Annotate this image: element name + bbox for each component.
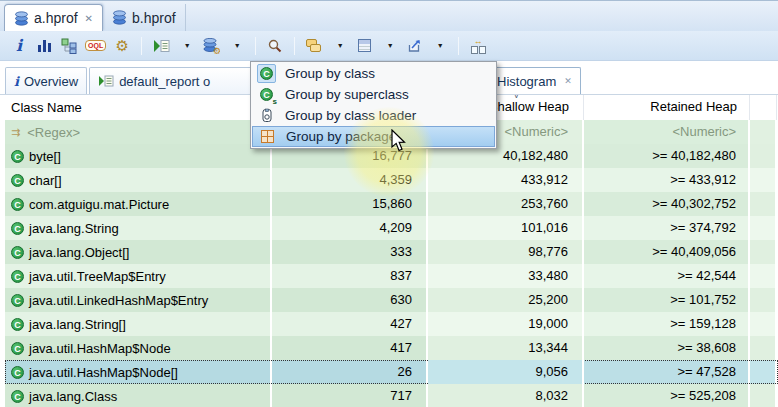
editor-tab-label: b.hprof — [132, 10, 176, 26]
run-report-dropdown[interactable]: ▼ — [177, 35, 195, 57]
histogram-button[interactable] — [35, 35, 53, 57]
compare-icon: ↔ — [471, 37, 486, 54]
class-icon: C — [11, 294, 24, 307]
table-row[interactable]: Cjava.lang.Object[] 333 98,776 >= 40,409… — [5, 240, 778, 264]
shallow-heap-value: 433,912 — [428, 168, 584, 192]
retained-heap-value: >= 374,792 — [584, 216, 750, 240]
table-row[interactable]: Cjava.util.HashMap$Node 417 13,344 >= 38… — [5, 336, 778, 360]
shallow-heap-value: 25,200 — [428, 288, 584, 312]
objects-value: 333 — [272, 240, 428, 264]
column-header-retained-heap[interactable]: Retained Heap — [584, 95, 750, 120]
retained-heap-value: >= 101,752 — [584, 288, 750, 312]
class-icon: C — [11, 318, 24, 331]
menu-item-group-by-package[interactable]: Group by package — [252, 126, 495, 147]
class-icon: C — [11, 246, 24, 259]
class-icon: C — [260, 67, 273, 80]
table-row-selected[interactable]: Cjava.util.HashMap$Node[] 26 9,056 >= 47… — [5, 360, 778, 384]
class-icon: C — [11, 270, 24, 283]
editor-tab-a-hprof[interactable]: a.hprof ✕ — [4, 4, 103, 31]
checked-indicator: C — [257, 64, 276, 83]
calculator-button[interactable] — [355, 35, 373, 57]
retained-heap-value: >= 433,912 — [584, 168, 750, 192]
class-name: java.lang.String[] — [29, 313, 126, 336]
gear-icon: ⚙ — [115, 38, 128, 53]
objects-value: 417 — [272, 336, 428, 360]
retained-heap-value: >= 42,544 — [584, 264, 750, 288]
objects-value: 837 — [272, 264, 428, 288]
overview-info-button[interactable]: i — [10, 35, 28, 57]
class-icon: C — [11, 198, 24, 211]
class-name: java.lang.String — [29, 217, 119, 240]
shallow-heap-value: 253,760 — [428, 192, 584, 216]
expert-system-button[interactable]: ⚙ — [113, 35, 131, 57]
export-icon — [407, 39, 422, 53]
heap-dump-icon — [14, 11, 29, 26]
shallow-heap-value: 33,480 — [428, 264, 584, 288]
shallow-heap-value: 13,344 — [428, 336, 584, 360]
calculator-icon — [358, 39, 371, 52]
calculator-dropdown[interactable]: ▼ — [380, 35, 398, 57]
group-by-button[interactable] — [305, 35, 323, 57]
tab-label: Overview — [24, 74, 78, 89]
superclass-icon: C — [260, 88, 273, 101]
run-report-icon — [153, 39, 170, 53]
tab-label: Histogram — [497, 74, 556, 89]
heap-dump-actions-dropdown[interactable]: ▼ — [227, 35, 245, 57]
class-name: char[] — [29, 169, 62, 192]
svg-text:⚙: ⚙ — [213, 46, 220, 54]
class-icon: C — [11, 222, 24, 235]
class-name: java.util.LinkedHashMap$Entry — [29, 289, 208, 312]
group-by-dropdown[interactable]: ▼ — [330, 35, 348, 57]
menu-item-group-by-class[interactable]: C Group by class — [252, 63, 495, 84]
class-name: com.atguigu.mat.Picture — [29, 193, 169, 216]
retained-heap-value: >= 38,608 — [584, 336, 750, 360]
close-icon[interactable]: ✕ — [85, 13, 93, 24]
objects-value: 717 — [272, 384, 428, 407]
dominator-tree-button[interactable] — [60, 35, 78, 57]
shallow-heap-value: 98,776 — [428, 240, 584, 264]
numeric-filter-field[interactable]: <Numeric> — [584, 120, 750, 144]
report-icon — [98, 75, 114, 88]
objects-value: 4,209 — [272, 216, 428, 240]
class-name: java.util.HashMap$Node[] — [29, 361, 178, 384]
mat-window: a.hprof ✕ b.hprof i OQL ⚙ ▼ ⚙ ▼ ▼ — [0, 0, 778, 407]
tab-overview[interactable]: i Overview — [5, 67, 87, 94]
export-button[interactable] — [405, 35, 423, 57]
shallow-heap-value: 9,056 — [428, 360, 584, 384]
menu-item-group-by-class-loader[interactable]: Group by class loader — [252, 105, 495, 126]
table-row[interactable]: Cjava.lang.String 4,209 101,016 >= 374,7… — [5, 216, 778, 240]
menu-item-group-by-superclass[interactable]: Cs Group by superclass — [252, 84, 495, 105]
class-name: byte[] — [29, 145, 61, 168]
chevron-down-icon: ▼ — [387, 42, 394, 49]
run-report-button[interactable] — [152, 35, 170, 57]
table-row[interactable]: Cjava.lang.Class 717 8,032 >= 525,208 — [5, 384, 778, 407]
tab-label: default_report o — [119, 74, 210, 89]
class-name: java.lang.Class — [29, 385, 117, 407]
retained-heap-value: >= 40,302,752 — [584, 192, 750, 216]
oql-button[interactable]: OQL — [85, 35, 106, 57]
retained-heap-value: >= 40,409,056 — [584, 240, 750, 264]
export-dropdown[interactable]: ▼ — [430, 35, 448, 57]
table-row[interactable]: Ccom.atguigu.mat.Picture 15,860 253,760 … — [5, 192, 778, 216]
editor-tab-bar: a.hprof ✕ b.hprof — [0, 1, 778, 31]
close-icon[interactable]: ✕ — [564, 76, 572, 86]
editor-tab-b-hprof[interactable]: b.hprof — [103, 4, 186, 31]
heap-dump-actions-button[interactable]: ⚙ — [202, 35, 220, 57]
regex-filter-field[interactable]: ⇉<Regex> — [5, 120, 272, 144]
table-row[interactable]: Cjava.lang.String[] 427 19,000 >= 159,12… — [5, 312, 778, 336]
retained-heap-value: >= 40,182,480 — [584, 144, 750, 168]
histogram-icon — [38, 39, 51, 52]
toolbar-separator — [458, 37, 459, 55]
class-name: java.lang.Object[] — [29, 241, 129, 264]
class-icon: C — [11, 174, 24, 187]
table-row[interactable]: Cjava.util.TreeMap$Entry 837 33,480 >= 4… — [5, 264, 778, 288]
compare-tables-button[interactable]: ↔ — [469, 35, 487, 57]
shallow-heap-value: 101,016 — [428, 216, 584, 240]
objects-value: 26 — [272, 360, 428, 384]
search-button[interactable] — [266, 35, 284, 57]
table-row[interactable]: Cjava.util.LinkedHashMap$Entry 630 25,20… — [5, 288, 778, 312]
table-row[interactable]: Cchar[] 4,359 433,912 >= 433,912 — [5, 168, 778, 192]
column-header-class-name[interactable]: Class Name — [5, 95, 272, 120]
toolbar: i OQL ⚙ ▼ ⚙ ▼ ▼ ▼ ▼ ↔ — [0, 31, 778, 61]
group-by-icon — [306, 39, 322, 53]
